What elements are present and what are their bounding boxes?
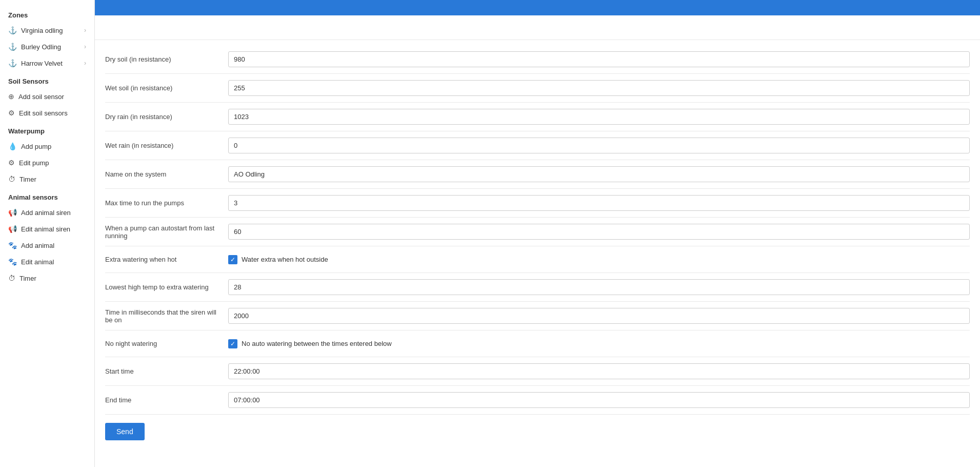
checkmark-extra-watering-hot: ✓ <box>230 257 235 263</box>
sidebar-item-edit-soil-sensors[interactable]: ⚙Edit soil sensors <box>0 105 94 121</box>
sidebar: Zones⚓Virginia odling›⚓Burley Odling›⚓Ha… <box>0 0 95 467</box>
add-pump-icon: 💧 <box>8 142 17 150</box>
harrow-velvet-label: Harrow Velvet <box>21 60 63 67</box>
sidebar-item-edit-pump[interactable]: ⚙Edit pump <box>0 154 94 171</box>
sidebar-section-soil-sensors: Soil Sensors <box>0 71 94 88</box>
timer-animal-icon: ⏱ <box>8 274 15 282</box>
add-animal-siren-label: Add animal siren <box>21 209 71 217</box>
form-row-wet-soil: Wet soil (in resistance) <box>105 74 970 103</box>
burley-odling-chevron-icon: › <box>84 43 86 50</box>
add-animal-label: Add animal <box>21 242 54 249</box>
content-area: Dry soil (in resistance)Wet soil (in res… <box>95 15 980 467</box>
input-lowest-high-temp[interactable] <box>228 279 970 295</box>
label-wet-rain: Wet rain (in resistance) <box>105 142 228 149</box>
form-row-pump-autostart: When a pump can autostart from last runn… <box>105 218 970 246</box>
edit-animal-siren-label: Edit animal siren <box>21 225 70 233</box>
checkbox-row-no-night-watering: ✓No auto watering between the times ente… <box>228 339 392 348</box>
main-content: Dry soil (in resistance)Wet soil (in res… <box>95 0 980 467</box>
virginia-odling-chevron-icon: › <box>84 27 86 34</box>
label-wet-soil: Wet soil (in resistance) <box>105 84 228 92</box>
label-dry-rain: Dry rain (in resistance) <box>105 113 228 121</box>
sidebar-item-add-soil-sensor[interactable]: ⊕Add soil sensor <box>0 88 94 105</box>
input-wet-rain[interactable] <box>228 138 970 153</box>
sidebar-section-zones: Zones <box>0 5 94 22</box>
add-soil-sensor-label: Add soil sensor <box>18 93 64 101</box>
form-row-start-time: Start time <box>105 357 970 386</box>
input-dry-rain[interactable] <box>228 109 970 125</box>
label-end-time: End time <box>105 396 228 404</box>
label-lowest-high-temp: Lowest high temp to extra watering <box>105 283 228 291</box>
form-row-wet-rain: Wet rain (in resistance) <box>105 131 970 160</box>
sidebar-item-add-animal-siren[interactable]: 📢Add animal siren <box>0 204 94 221</box>
input-max-time-pumps[interactable] <box>228 195 970 211</box>
harrow-velvet-chevron-icon: › <box>84 60 86 67</box>
sidebar-item-add-pump[interactable]: 💧Add pump <box>0 138 94 154</box>
label-max-time-pumps: Max time to run the pumps <box>105 199 228 207</box>
form-container: Dry soil (in resistance)Wet soil (in res… <box>95 40 980 456</box>
sidebar-item-edit-animal-siren[interactable]: 📢Edit animal siren <box>0 221 94 237</box>
timer-pump-icon: ⏱ <box>8 175 15 183</box>
virginia-odling-icon: ⚓ <box>8 26 17 34</box>
harrow-velvet-icon: ⚓ <box>8 59 17 67</box>
label-dry-soil: Dry soil (in resistance) <box>105 55 228 63</box>
burley-odling-label: Burley Odling <box>21 43 61 51</box>
checkbox-row-extra-watering-hot: ✓Water extra when hot outside <box>228 255 328 264</box>
input-end-time[interactable] <box>228 392 970 408</box>
input-wet-soil[interactable] <box>228 80 970 96</box>
edit-pump-icon: ⚙ <box>8 159 15 167</box>
edit-animal-label: Edit animal <box>21 258 54 266</box>
label-name-system: Name on the system <box>105 170 228 178</box>
input-pump-autostart[interactable] <box>228 224 970 240</box>
form-row-no-night-watering: No night watering✓No auto watering betwe… <box>105 330 970 357</box>
add-animal-icon: 🐾 <box>8 241 17 249</box>
label-siren-on-time: Time in milliseconds that the siren will… <box>105 308 228 324</box>
input-name-system[interactable] <box>228 166 970 182</box>
add-pump-label: Add pump <box>21 143 51 150</box>
page-header <box>95 15 980 40</box>
checkbox-extra-watering-hot[interactable]: ✓ <box>228 255 237 264</box>
virginia-odling-label: Virginia odling <box>21 27 63 34</box>
sidebar-item-add-animal[interactable]: 🐾Add animal <box>0 237 94 254</box>
sidebar-section-animal-sensors: Animal sensors <box>0 187 94 204</box>
send-button[interactable]: Send <box>105 423 145 440</box>
form-row-max-time-pumps: Max time to run the pumps <box>105 189 970 218</box>
form-row-extra-watering-hot: Extra watering when hot✓Water extra when… <box>105 246 970 273</box>
edit-soil-sensors-label: Edit soil sensors <box>19 109 68 117</box>
checkbox-label-extra-watering-hot: Water extra when hot outside <box>242 256 328 263</box>
form-row-dry-rain: Dry rain (in resistance) <box>105 103 970 131</box>
form-row-siren-on-time: Time in milliseconds that the siren will… <box>105 302 970 330</box>
form-row-lowest-high-temp: Lowest high temp to extra watering <box>105 273 970 302</box>
sidebar-section-waterpump: Waterpump <box>0 121 94 138</box>
edit-soil-sensors-icon: ⚙ <box>8 109 15 117</box>
input-siren-on-time[interactable] <box>228 308 970 324</box>
add-animal-siren-icon: 📢 <box>8 208 17 217</box>
checkbox-no-night-watering[interactable]: ✓ <box>228 339 237 348</box>
input-dry-soil[interactable] <box>228 51 970 67</box>
sidebar-item-timer-animal[interactable]: ⏱Timer <box>0 270 94 286</box>
checkbox-label-no-night-watering: No auto watering between the times enter… <box>242 340 392 347</box>
sidebar-item-harrow-velvet[interactable]: ⚓Harrow Velvet› <box>0 55 94 71</box>
label-pump-autostart: When a pump can autostart from last runn… <box>105 224 228 240</box>
edit-animal-icon: 🐾 <box>8 258 17 266</box>
form-row-name-system: Name on the system <box>105 160 970 189</box>
timer-animal-label: Timer <box>19 275 36 282</box>
edit-animal-siren-icon: 📢 <box>8 225 17 233</box>
label-extra-watering-hot: Extra watering when hot <box>105 256 228 263</box>
sidebar-item-burley-odling[interactable]: ⚓Burley Odling› <box>0 38 94 55</box>
edit-pump-label: Edit pump <box>19 159 49 167</box>
burley-odling-icon: ⚓ <box>8 43 17 51</box>
sidebar-item-edit-animal[interactable]: 🐾Edit animal <box>0 254 94 270</box>
form-row-dry-soil: Dry soil (in resistance) <box>105 45 970 74</box>
add-soil-sensor-icon: ⊕ <box>8 92 14 101</box>
checkmark-no-night-watering: ✓ <box>230 341 235 347</box>
timer-pump-label: Timer <box>19 176 36 183</box>
label-no-night-watering: No night watering <box>105 340 228 347</box>
input-start-time[interactable] <box>228 363 970 379</box>
form-row-end-time: End time <box>105 386 970 415</box>
label-start-time: Start time <box>105 367 228 375</box>
top-bar <box>95 0 980 15</box>
sidebar-item-timer-pump[interactable]: ⏱Timer <box>0 171 94 187</box>
sidebar-item-virginia-odling[interactable]: ⚓Virginia odling› <box>0 22 94 38</box>
